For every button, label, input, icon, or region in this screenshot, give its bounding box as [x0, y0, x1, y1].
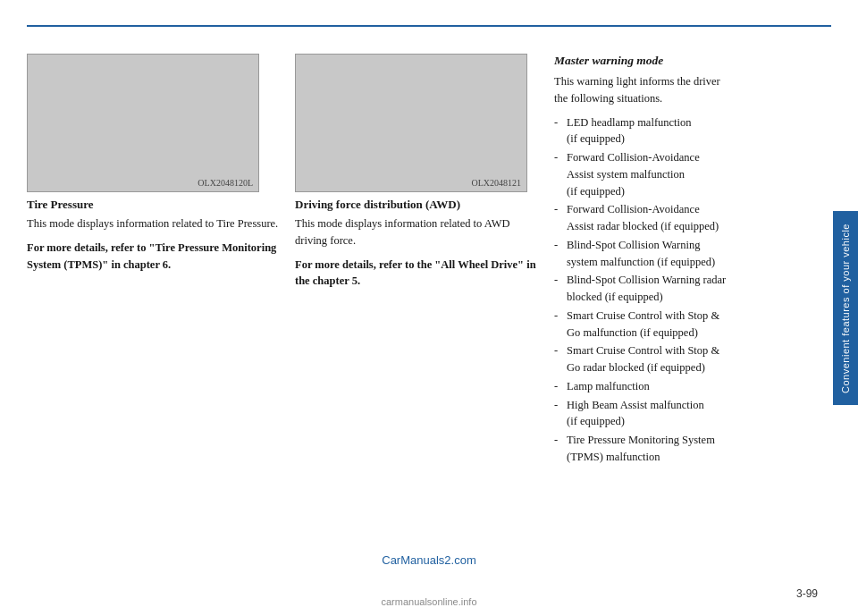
page-number: 3-99: [796, 587, 818, 600]
side-tab: Convenient features of your vehicle: [833, 211, 858, 406]
watermark: CarManuals2.com: [382, 553, 476, 567]
awd-image: OLX2048121: [295, 54, 527, 192]
right-column: Master warning mode This warning light i…: [545, 36, 858, 580]
top-border: [27, 25, 831, 27]
tire-pressure-image: OLX2048120L: [27, 54, 259, 192]
master-warning-list: LED headlamp malfunction(if equipped) Fo…: [554, 114, 849, 466]
master-warning-intro: This warning light informs the driver th…: [554, 73, 849, 107]
list-item: High Beam Assist malfunction(if equipped…: [554, 397, 849, 431]
tire-pressure-title: Tire Pressure: [27, 198, 286, 212]
awd-title: Driving force distribution (AWD): [295, 198, 536, 212]
list-item: LED headlamp malfunction(if equipped): [554, 114, 849, 148]
side-tab-label: Convenient features of your vehicle: [840, 224, 851, 393]
tire-pressure-body: This mode displays information related t…: [27, 215, 286, 232]
list-item: Blind-Spot Collision Warning radarblocke…: [554, 272, 849, 306]
list-item: Lamp malfunction: [554, 378, 849, 395]
list-item: Smart Cruise Control with Stop &Go radar…: [554, 342, 849, 376]
bottom-watermark: carmanualsonline.info: [381, 596, 476, 607]
main-content: OLX2048120L Tire Pressure This mode disp…: [27, 36, 858, 580]
awd-body: This mode displays information related t…: [295, 215, 536, 249]
list-item: Blind-Spot Collision Warningsystem malfu…: [554, 237, 849, 271]
tire-pressure-bold: For more details, refer to "Tire Pressur…: [27, 240, 286, 274]
image-label-middle: OLX2048121: [471, 178, 521, 188]
left-column: OLX2048120L Tire Pressure This mode disp…: [27, 36, 295, 580]
list-item: Forward Collision-AvoidanceAssist system…: [554, 149, 849, 199]
list-item: Smart Cruise Control with Stop &Go malfu…: [554, 308, 849, 342]
awd-bold: For more details, refer to the "All Whee…: [295, 257, 536, 291]
master-warning-title: Master warning mode: [554, 54, 849, 68]
list-item: Forward Collision-AvoidanceAssist radar …: [554, 201, 849, 235]
list-item: Tire Pressure Monitoring System(TPMS) ma…: [554, 432, 849, 466]
image-label-left: OLX2048120L: [198, 178, 253, 188]
middle-column: OLX2048121 Driving force distribution (A…: [295, 36, 545, 580]
